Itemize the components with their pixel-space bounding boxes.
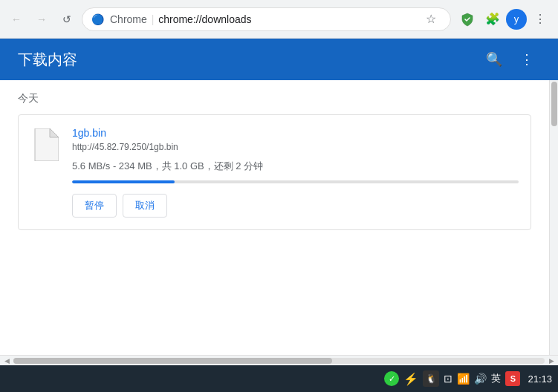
download-item: 1gb.bin http://45.82.79.250/1gb.bin 5.6 … (18, 114, 531, 230)
more-options-button[interactable]: ⋮ (513, 46, 540, 73)
monitor-icon[interactable]: ⊡ (444, 373, 452, 385)
shield-svg (460, 12, 475, 27)
scrollbar-thumb[interactable] (551, 82, 557, 126)
h-scroll-thumb (13, 358, 332, 364)
more-icon: ⋮ (520, 51, 533, 68)
scrollbar-track[interactable] (549, 80, 558, 355)
search-icon: 🔍 (486, 51, 502, 68)
language-label[interactable]: 英 (491, 372, 501, 385)
avatar-letter: y (514, 13, 519, 24)
downloads-list: 今天 1gb.bin http://45.82.79.250/1gb.bin 5… (0, 80, 549, 355)
bluetooth-icon[interactable]: ⚡ (403, 372, 418, 386)
star-icon: ☆ (426, 12, 436, 26)
extensions-button[interactable]: 🧩 (481, 7, 505, 31)
file-icon (32, 128, 59, 161)
file-name[interactable]: 1gb.bin (72, 127, 519, 139)
forward-button[interactable]: → (31, 9, 52, 30)
search-button[interactable]: 🔍 (481, 46, 507, 73)
file-url: http://45.82.79.250/1gb.bin (72, 142, 519, 152)
sogou-icon[interactable]: S (505, 371, 520, 386)
scroll-right-button[interactable]: ▶ (546, 356, 557, 366)
pause-button[interactable]: 暂停 (72, 194, 117, 218)
volume-icon[interactable]: 🔊 (474, 373, 487, 385)
address-text: Chrome | chrome://downloads (110, 13, 415, 25)
puzzle-icon: 🧩 (485, 12, 500, 26)
page-title: 下载内容 (18, 50, 77, 70)
browser-toolbar: ← → ↺ 🔵 Chrome | chrome://downloads ☆ (0, 0, 558, 39)
back-icon: ← (11, 13, 22, 25)
reload-button[interactable]: ↺ (56, 9, 77, 30)
penguin-icon[interactable]: 🐧 (423, 370, 439, 387)
address-bar[interactable]: 🔵 Chrome | chrome://downloads ☆ (82, 7, 451, 31)
menu-icon: ⋮ (534, 12, 546, 26)
date-section: 今天 1gb.bin http://45.82.79.250/1gb.bin 5… (18, 92, 531, 230)
green-check-icon[interactable]: ✓ (384, 371, 399, 386)
url-text: chrome://downloads (158, 13, 251, 25)
wifi-icon[interactable]: 📶 (457, 373, 470, 385)
file-icon-wrap (30, 127, 60, 163)
reload-icon: ↺ (62, 13, 71, 25)
progress-bar-container (72, 180, 519, 183)
download-info: 1gb.bin http://45.82.79.250/1gb.bin 5.6 … (72, 127, 519, 218)
download-status: 5.6 MB/s - 234 MB，共 1.0 GB，还剩 2 分钟 (72, 160, 519, 173)
shield-extension-button[interactable] (455, 7, 479, 31)
separator: | (152, 13, 158, 25)
date-label: 今天 (18, 92, 531, 105)
taskbar-icons-group: ✓ ⚡ 🐧 ⊡ 📶 🔊 英 S 21:13 (384, 370, 552, 387)
toolbar-right: 🧩 y ⋮ (455, 7, 552, 31)
taskbar: ✓ ⚡ 🐧 ⊡ 📶 🔊 英 S 21:13 (0, 365, 558, 392)
profile-button[interactable]: y (506, 9, 527, 30)
security-icon: 🔵 (91, 13, 104, 25)
chrome-label: Chrome (110, 13, 147, 25)
chrome-menu-button[interactable]: ⋮ (528, 7, 552, 31)
scroll-left-button[interactable]: ◀ (1, 356, 12, 366)
browser-window: ← → ↺ 🔵 Chrome | chrome://downloads ☆ (0, 0, 558, 392)
h-scroll-track[interactable] (13, 358, 545, 364)
downloads-header: 下载内容 🔍 ⋮ (0, 39, 558, 80)
bottom-scrollbar: ◀ ▶ (0, 355, 558, 365)
bookmark-button[interactable]: ☆ (421, 9, 441, 30)
forward-icon: → (36, 13, 47, 25)
cancel-button[interactable]: 取消 (123, 194, 167, 218)
downloads-content: 今天 1gb.bin http://45.82.79.250/1gb.bin 5… (0, 80, 558, 355)
download-actions: 暂停 取消 (72, 194, 519, 218)
back-button[interactable]: ← (6, 9, 27, 30)
clock: 21:13 (528, 373, 552, 385)
progress-bar-fill (72, 180, 175, 183)
header-actions: 🔍 ⋮ (481, 46, 540, 73)
